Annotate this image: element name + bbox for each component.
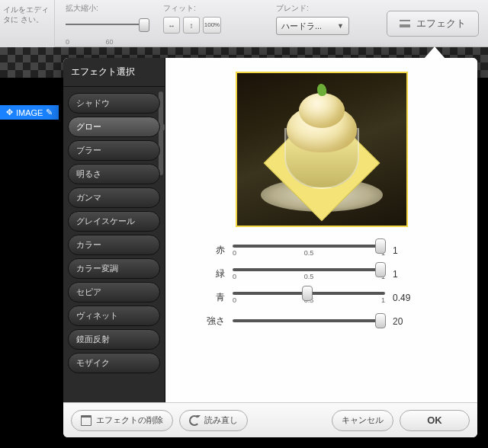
image-tag-label: IMAGE [16,108,43,117]
effect-item-5[interactable]: グレイスケール [68,211,160,232]
effect-item-10[interactable]: 鏡面反射 [68,329,160,350]
slider-label: 青 [191,291,225,304]
ok-button[interactable]: OK [400,410,470,431]
effect-item-9[interactable]: ヴィネット [68,306,160,326]
fit-vertical-button[interactable]: ↕ [183,17,200,34]
blend-value: ハードラ... [281,21,322,32]
zoom-thumb[interactable] [139,18,149,32]
ok-label: OK [427,414,442,426]
reload-label: 読み直し [204,414,238,426]
effect-item-11[interactable]: モザイク [68,353,160,373]
zoom-slider[interactable] [66,17,149,34]
chevron-down-icon: ▼ [337,22,344,30]
blend-select[interactable]: ハードラ... ▼ [276,17,349,35]
sliders-icon [400,20,410,27]
slider-value: 20 [393,316,423,327]
slider-value: 1 [393,269,423,280]
delete-effect-button[interactable]: エフェクトの削除 [71,410,173,431]
slider-row-1: 緑00.511 [191,267,459,280]
zoom-tick-min: 0 [66,38,69,46]
effect-button[interactable]: エフェクト [387,11,479,37]
reload-icon [189,415,200,426]
trash-icon [81,415,92,426]
left-panel-fragment: イルをエディタに さい。 [0,0,55,47]
preview-image [236,72,408,227]
reload-button[interactable]: 読み直し [179,410,248,431]
slider-stack: 赤00.511緑00.511青00.510.49強さ20 [191,244,459,328]
effect-item-3[interactable]: 明るさ [68,164,160,184]
dialog-footer: エフェクトの削除 読み直し キャンセル OK [63,402,477,437]
cancel-label: キャンセル [342,414,384,426]
slider-label: 強さ [191,315,225,328]
slider-row-2: 青00.510.49 [191,291,459,304]
slider-value: 0.49 [393,293,423,303]
dialog-arrow [424,46,445,59]
effect-item-2[interactable]: ブラー [68,140,160,161]
slider-label: 緑 [191,267,225,280]
fit-100-button[interactable]: 100% [203,17,221,34]
slider[interactable]: 00.51 [233,245,385,257]
move-icon: ✥ [6,107,13,117]
fit-group: フィット: ↔ ↕ 100% [163,3,221,34]
effect-button-label: エフェクト [416,17,466,30]
blend-group: ブレンド: ハードラ... ▼ [276,3,349,35]
zoom-tick-mid: 60 [106,38,114,46]
zoom-group: 拡大縮小: 0 60 [66,3,149,46]
slider-thumb[interactable] [375,262,386,277]
edit-icon: ✎ [46,107,53,117]
effect-dialog: エフェクト選択 シャドウグローブラー明るさガンマグレイスケールカラーカラー変調セ… [63,58,477,437]
zoom-label: 拡大縮小: [66,3,149,14]
slider-label: 赤 [191,244,225,257]
effect-item-7[interactable]: カラー変調 [68,258,160,279]
effect-list-panel: エフェクト選択 シャドウグローブラー明るさガンマグレイスケールカラーカラー変調セ… [63,58,165,402]
slider-row-0: 赤00.511 [191,244,459,257]
slider[interactable]: 00.51 [233,292,385,304]
slider[interactable]: 00.51 [233,268,385,280]
fit-label: フィット: [163,3,221,14]
image-layer-tag[interactable]: ✥ IMAGE ✎ [0,105,59,120]
fit-horizontal-button[interactable]: ↔ [163,17,180,34]
preview-pane: 赤00.511緑00.511青00.510.49強さ20 [165,58,477,402]
slider[interactable] [233,319,385,324]
effect-item-4[interactable]: ガンマ [68,187,160,208]
effect-item-1[interactable]: グロー [68,117,160,137]
effect-items: シャドウグローブラー明るさガンマグレイスケールカラーカラー変調セピアヴィネット鏡… [63,87,165,402]
cancel-button[interactable]: キャンセル [332,410,393,431]
effect-item-8[interactable]: セピア [68,282,160,302]
slider-thumb[interactable] [375,313,386,328]
effect-list-title: エフェクト選択 [63,58,165,87]
blend-label: ブレンド: [276,3,349,14]
effect-item-6[interactable]: カラー [68,235,160,255]
delete-effect-label: エフェクトの削除 [96,414,163,426]
slider-thumb[interactable] [375,238,386,254]
slider-value: 1 [393,245,423,256]
effect-item-0[interactable]: シャドウ [68,93,160,114]
top-toolbar: イルをエディタに さい。 拡大縮小: 0 60 フィット: ↔ ↕ 100% ブ… [0,0,488,47]
slider-thumb[interactable] [302,286,313,301]
slider-row-3: 強さ20 [191,315,459,328]
